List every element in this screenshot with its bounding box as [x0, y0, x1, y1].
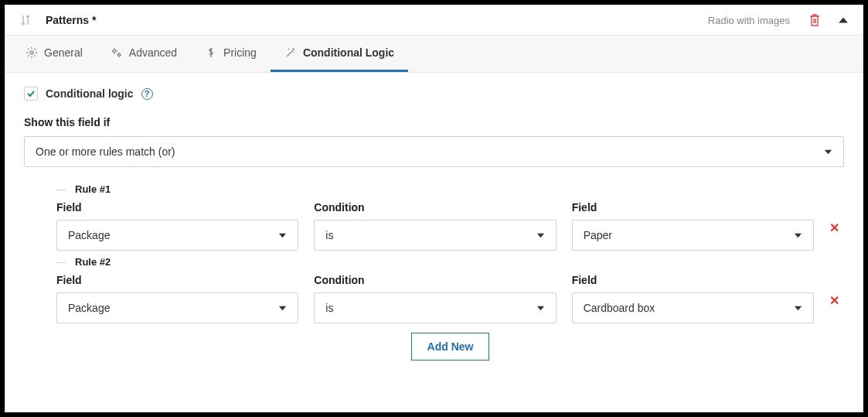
enable-conditional-checkbox[interactable] — [24, 87, 38, 101]
check-icon — [26, 89, 36, 98]
enable-conditional-row: Conditional logic ? — [24, 87, 844, 101]
collapse-toggle[interactable] — [838, 15, 849, 26]
tab-content: Conditional logic ? Show this field if O… — [5, 73, 863, 412]
field-label: Field — [56, 274, 298, 286]
value-label: Field — [572, 274, 814, 286]
rule-field-select[interactable]: Package — [56, 292, 298, 323]
gear-icon — [26, 46, 38, 59]
chevron-down-icon — [794, 304, 802, 313]
match-mode-select[interactable]: One or more rules match (or) — [24, 136, 844, 167]
chevron-down-icon — [536, 304, 545, 313]
rule-legend: Rule #1 — [70, 183, 115, 195]
chevron-down-icon — [824, 148, 832, 156]
remove-rule-button[interactable]: ✕ — [829, 293, 844, 316]
rule-field-select[interactable]: Package — [56, 220, 298, 251]
tab-general[interactable]: General — [12, 36, 97, 72]
enable-conditional-label: Conditional logic — [46, 87, 134, 100]
tabs-bar: General Advanced Pricing Conditional Log… — [5, 36, 863, 73]
field-type-label: Radio with images — [708, 15, 790, 26]
chevron-down-icon — [278, 304, 287, 313]
rule-condition-value: is — [325, 302, 333, 314]
tab-general-label: General — [44, 46, 83, 59]
rule-2: Rule #2 Field Package Condition is — [56, 258, 844, 323]
svg-point-2 — [117, 54, 120, 56]
field-label: Field — [56, 201, 298, 214]
svg-point-0 — [30, 51, 33, 54]
tab-pricing[interactable]: Pricing — [191, 36, 271, 72]
delete-button[interactable] — [808, 13, 821, 27]
chevron-down-icon — [536, 231, 545, 240]
rule-condition-value: is — [325, 229, 333, 241]
panel-title: Patterns * — [46, 14, 96, 26]
condition-label: Condition — [314, 201, 556, 214]
chevron-down-icon — [278, 231, 287, 240]
dollar-icon — [205, 46, 217, 59]
rule-value-value: Paper — [584, 229, 612, 241]
rules-area: Rule #1 Field Package Condition is — [24, 186, 844, 361]
remove-rule-button[interactable]: ✕ — [829, 220, 844, 243]
tab-advanced-label: Advanced — [129, 46, 177, 59]
options-panel: Patterns * Radio with images General Adv… — [5, 5, 863, 412]
add-new-button[interactable]: Add New — [411, 333, 490, 361]
rule-value-select[interactable]: Paper — [572, 220, 814, 251]
help-icon[interactable]: ? — [141, 88, 153, 100]
svg-point-1 — [113, 50, 116, 53]
rule-field-value: Package — [68, 302, 110, 314]
rule-field-value: Package — [68, 229, 110, 241]
chevron-down-icon — [794, 231, 802, 240]
rule-value-value: Cardboard box — [584, 302, 655, 314]
rule-value-select[interactable]: Cardboard box — [572, 292, 814, 323]
show-if-label: Show this field if — [24, 116, 844, 128]
gears-icon — [111, 46, 123, 59]
value-label: Field — [572, 201, 814, 214]
rule-condition-select[interactable]: is — [314, 292, 556, 323]
tab-conditional-logic[interactable]: Conditional Logic — [271, 36, 408, 72]
condition-label: Condition — [314, 274, 556, 286]
rule-1: Rule #1 Field Package Condition is — [56, 186, 844, 251]
tab-conditional-label: Conditional Logic — [303, 46, 394, 59]
match-mode-value: One or more rules match (or) — [36, 145, 175, 158]
rule-condition-select[interactable]: is — [314, 220, 556, 251]
panel-header: Patterns * Radio with images — [5, 5, 863, 36]
rule-legend: Rule #2 — [70, 256, 115, 268]
tab-pricing-label: Pricing — [223, 46, 257, 59]
drag-handle-icon[interactable] — [19, 14, 32, 26]
wand-icon — [284, 46, 297, 59]
tab-advanced[interactable]: Advanced — [97, 36, 191, 72]
